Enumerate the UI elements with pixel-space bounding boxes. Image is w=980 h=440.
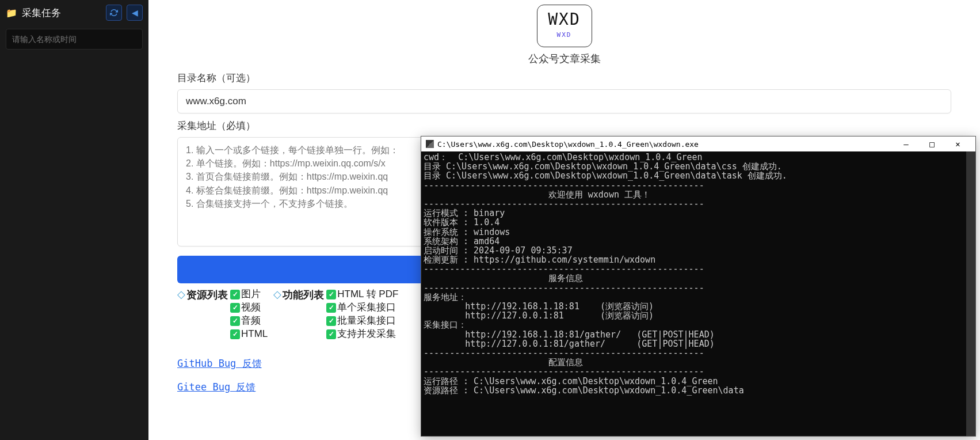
maximize-button[interactable]: □ xyxy=(919,136,945,151)
logo-small: WXD xyxy=(537,31,592,39)
logo-section: WXD WXD 公众号文章采集 xyxy=(177,5,951,66)
check-icon: ✓ xyxy=(230,290,240,299)
close-icon: ✕ xyxy=(955,139,960,149)
resource-list: ◇ 资源列表 ✓图片 ✓视频 ✓音频 ✓HTML xyxy=(177,288,268,341)
console-icon xyxy=(426,140,434,148)
feature-item: ✓HTML 转 PDF xyxy=(326,288,398,301)
resource-item: ✓视频 xyxy=(230,301,268,314)
feature-item: ✓批量采集接口 xyxy=(326,314,398,328)
sidebar-header: 📁 采集任务 ◀ xyxy=(0,0,148,25)
check-icon: ✓ xyxy=(326,303,336,313)
check-icon: ✓ xyxy=(326,316,336,326)
check-icon: ✓ xyxy=(230,329,240,339)
url-label: 采集地址（必填） xyxy=(177,119,951,132)
dir-label: 目录名称（可选） xyxy=(177,71,951,85)
maximize-icon: □ xyxy=(929,139,934,149)
search-box[interactable] xyxy=(6,29,143,50)
feature-list-title: 功能列表 xyxy=(283,288,324,302)
check-icon: ✓ xyxy=(326,329,336,339)
cube-icon: ◇ xyxy=(177,288,185,301)
back-button[interactable]: ◀ xyxy=(127,5,143,21)
minimize-button[interactable]: — xyxy=(893,136,919,151)
minimize-icon: — xyxy=(903,139,908,149)
logo-box: WXD WXD xyxy=(537,5,592,47)
feature-item: ✓单个采集接口 xyxy=(326,301,398,314)
cube-icon: ◇ xyxy=(273,288,281,301)
triangle-left-icon: ◀ xyxy=(132,8,138,17)
feature-list: ◇ 功能列表 ✓HTML 转 PDF ✓单个采集接口 ✓批量采集接口 ✓支持并发… xyxy=(273,288,398,341)
resource-item: ✓音频 xyxy=(230,314,268,328)
feature-item: ✓支持并发采集 xyxy=(326,328,398,341)
check-icon: ✓ xyxy=(230,316,240,326)
dir-input[interactable] xyxy=(177,89,951,113)
close-button[interactable]: ✕ xyxy=(945,136,971,151)
console-body[interactable]: cwd： C:\Users\www.x6g.com\Desktop\wxdown… xyxy=(421,151,975,436)
app-subtitle: 公众号文章采集 xyxy=(177,52,951,66)
resource-item: ✓图片 xyxy=(230,288,268,301)
folder-icon: 📁 xyxy=(6,7,17,18)
check-icon: ✓ xyxy=(230,303,240,313)
check-icon: ✓ xyxy=(326,290,336,299)
refresh-button[interactable] xyxy=(106,5,122,21)
logo-big: WXD xyxy=(537,10,592,29)
sidebar: 📁 采集任务 ◀ xyxy=(0,0,148,440)
sidebar-title: 采集任务 xyxy=(22,6,101,20)
console-window[interactable]: C:\Users\www.x6g.com\Desktop\wxdown_1.0.… xyxy=(421,136,976,437)
search-input[interactable] xyxy=(12,35,136,44)
resource-list-title: 资源列表 xyxy=(186,288,228,302)
console-title: C:\Users\www.x6g.com\Desktop\wxdown_1.0.… xyxy=(437,140,893,149)
console-titlebar[interactable]: C:\Users\www.x6g.com\Desktop\wxdown_1.0.… xyxy=(421,136,975,151)
resource-item: ✓HTML xyxy=(230,328,268,341)
